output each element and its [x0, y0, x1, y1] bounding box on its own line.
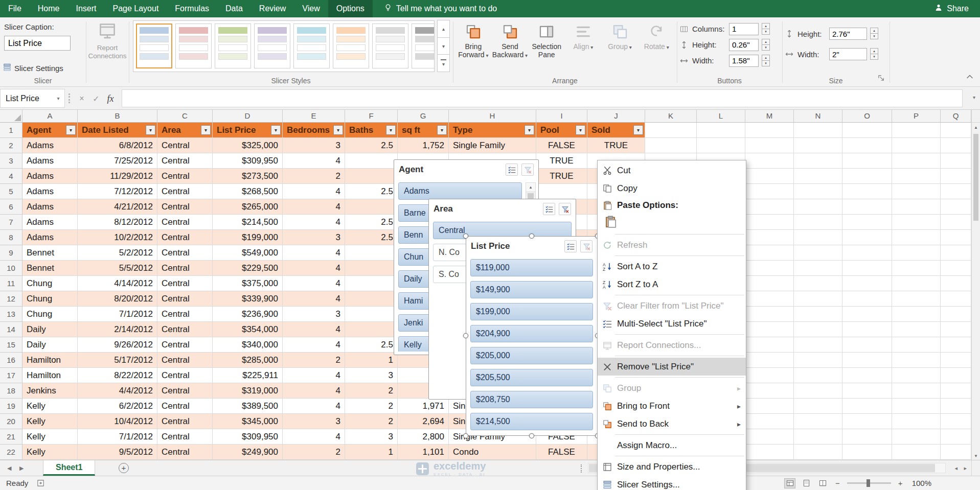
- cell-M9[interactable]: [745, 245, 794, 261]
- cell-C8[interactable]: Central: [157, 230, 213, 245]
- slicer-agent-scroll-up[interactable]: ▴: [526, 183, 535, 192]
- row-header-21[interactable]: 21: [0, 429, 22, 445]
- cell-E3[interactable]: 4: [283, 153, 345, 169]
- filter-button-sold[interactable]: ▾: [633, 125, 643, 135]
- cell-P20[interactable]: [892, 414, 941, 429]
- column-header-i[interactable]: I: [536, 110, 587, 123]
- cell-P16[interactable]: [892, 353, 941, 368]
- cell-N10[interactable]: [794, 261, 842, 276]
- cell-E2[interactable]: 3: [283, 138, 345, 153]
- cell-N2[interactable]: [794, 138, 842, 153]
- cell-P5[interactable]: [892, 184, 941, 199]
- cell-F1[interactable]: Baths▾: [345, 123, 398, 138]
- cell-I5[interactable]: [536, 184, 587, 199]
- cell-G22[interactable]: 1,101: [398, 445, 449, 460]
- formula-input[interactable]: [122, 89, 963, 107]
- context-menu-item-copy[interactable]: Copy: [598, 179, 746, 197]
- cell-D19[interactable]: $389,500: [213, 399, 283, 414]
- row-header-7[interactable]: 7: [0, 215, 22, 230]
- cell-Q14[interactable]: [941, 322, 971, 337]
- cell-H2[interactable]: Single Family: [449, 138, 536, 153]
- filter-button-date-listed[interactable]: ▾: [146, 125, 155, 135]
- cell-M10[interactable]: [745, 261, 794, 276]
- cell-B13[interactable]: 7/1/2012: [78, 307, 157, 322]
- cell-Q1[interactable]: [941, 123, 971, 138]
- cell-N20[interactable]: [794, 414, 842, 429]
- slicer-selection-handle[interactable]: [463, 433, 468, 438]
- cell-D2[interactable]: $325,000: [213, 138, 283, 153]
- cell-M18[interactable]: [745, 383, 794, 399]
- cell-P9[interactable]: [892, 245, 941, 261]
- slicer-list_price-item-208-750[interactable]: $208,750: [470, 391, 593, 408]
- cell-C3[interactable]: Central: [157, 153, 213, 169]
- row-header-6[interactable]: 6: [0, 199, 22, 215]
- zoom-slider-thumb[interactable]: [867, 479, 870, 487]
- cell-O1[interactable]: [842, 123, 892, 138]
- sheet-nav-right[interactable]: ▶: [19, 465, 24, 472]
- slicer-area-multiselect-button[interactable]: [543, 203, 555, 215]
- cell-D16[interactable]: $285,000: [213, 353, 283, 368]
- cell-B15[interactable]: 9/26/2012: [78, 337, 157, 353]
- cell-Q18[interactable]: [941, 383, 971, 399]
- sheet-tab-sheet1[interactable]: Sheet1: [43, 460, 95, 476]
- name-box-splitter[interactable]: [69, 94, 70, 103]
- ribbon-tab-insert[interactable]: Insert: [67, 0, 104, 17]
- enter-button[interactable]: ✓: [89, 91, 103, 106]
- cell-F22[interactable]: 1: [345, 445, 398, 460]
- context-menu-item-cut[interactable]: Cut: [598, 161, 746, 179]
- cell-Q6[interactable]: [941, 199, 971, 215]
- cell-P14[interactable]: [892, 322, 941, 337]
- cell-C4[interactable]: Central: [157, 169, 213, 184]
- cell-B8[interactable]: 10/2/2012: [78, 230, 157, 245]
- ribbon-tab-formulas[interactable]: Formulas: [167, 0, 217, 17]
- cell-E9[interactable]: 4: [283, 245, 345, 261]
- cell-N17[interactable]: [794, 368, 842, 383]
- row-header-18[interactable]: 18: [0, 383, 22, 399]
- cell-G1[interactable]: sq ft▾: [398, 123, 449, 138]
- cell-B9[interactable]: 5/2/2012: [78, 245, 157, 261]
- cell-O9[interactable]: [842, 245, 892, 261]
- insert-function-button[interactable]: fx: [104, 91, 117, 106]
- cell-O5[interactable]: [842, 184, 892, 199]
- cell-Q16[interactable]: [941, 353, 971, 368]
- cell-P3[interactable]: [892, 153, 941, 169]
- column-header-h[interactable]: H: [449, 110, 536, 123]
- column-header-g[interactable]: G: [398, 110, 449, 123]
- filter-button-baths[interactable]: ▾: [386, 125, 396, 135]
- slicer-list_price-clear-filter-button[interactable]: [580, 240, 592, 252]
- cell-O6[interactable]: [842, 199, 892, 215]
- column-header-a[interactable]: A: [22, 110, 78, 123]
- cell-A17[interactable]: Hamilton: [22, 368, 78, 383]
- filter-button-pool[interactable]: ▾: [576, 125, 585, 135]
- cell-E17[interactable]: 4: [283, 368, 345, 383]
- cell-A4[interactable]: Adams: [22, 169, 78, 184]
- size-width-stepper[interactable]: ▴▾: [870, 49, 878, 60]
- cell-O11[interactable]: [842, 276, 892, 291]
- cell-N5[interactable]: [794, 184, 842, 199]
- cell-F18[interactable]: 2: [345, 383, 398, 399]
- size-height-stepper[interactable]: ▴▾: [870, 28, 878, 39]
- cell-Q8[interactable]: [941, 230, 971, 245]
- cell-D17[interactable]: $225,911: [213, 368, 283, 383]
- cell-E16[interactable]: 2: [283, 353, 345, 368]
- cell-D1[interactable]: List Price▾: [213, 123, 283, 138]
- ribbon-tab-data[interactable]: Data: [217, 0, 251, 17]
- row-header-12[interactable]: 12: [0, 291, 22, 307]
- cell-A21[interactable]: Kelly: [22, 429, 78, 445]
- size-width-input[interactable]: [829, 48, 867, 60]
- zoom-out-button[interactable]: −: [833, 479, 842, 487]
- row-header-13[interactable]: 13: [0, 307, 22, 322]
- cell-B12[interactable]: 8/20/2012: [78, 291, 157, 307]
- cell-D8[interactable]: $199,000: [213, 230, 283, 245]
- cell-K1[interactable]: [645, 123, 697, 138]
- cell-N18[interactable]: [794, 383, 842, 399]
- row-header-22[interactable]: 22: [0, 445, 22, 460]
- row-header-1[interactable]: 1: [0, 123, 22, 138]
- slicer-style-3[interactable]: [215, 24, 251, 68]
- column-header-n[interactable]: N: [794, 110, 842, 123]
- cell-C5[interactable]: Central: [157, 184, 213, 199]
- row-header-3[interactable]: 3: [0, 153, 22, 169]
- buttons-columns-input[interactable]: [729, 23, 759, 35]
- slicer-list_price-item-204-900[interactable]: $204,900: [470, 325, 593, 342]
- slicer-style-7[interactable]: [372, 24, 408, 68]
